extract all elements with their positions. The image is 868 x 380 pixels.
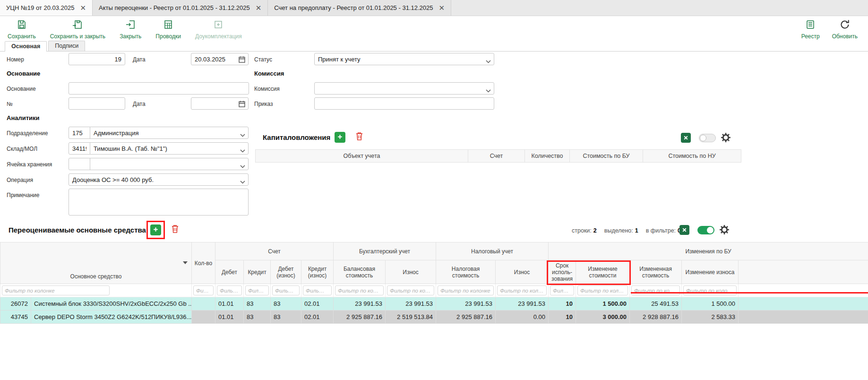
assets-col-dep-nu[interactable]: Износ (496, 260, 549, 284)
cell-dep-bu[interactable]: 23 991.53 (386, 297, 436, 311)
cell-balance-cost[interactable]: 2 925 887.16 (334, 311, 386, 324)
close-tab-icon[interactable]: ✕ (256, 4, 262, 11)
filter-cost-change-input[interactable] (577, 285, 628, 295)
close-tab-icon[interactable]: ✕ (438, 4, 445, 11)
warehouse-select[interactable]: Тимошин В.А. (Таб. №"1") (90, 142, 249, 155)
basis-date-input[interactable] (191, 97, 249, 110)
window-tab-prepayment-registry[interactable]: Счет на предоплату - Реестр от 01.01.202… (268, 0, 451, 16)
cell-changed-cost[interactable]: 25 491.53 (630, 297, 682, 311)
cell-credit-dep[interactable]: 02.01 (301, 311, 334, 324)
window-tab-revaluation-registry[interactable]: Акты переоценки - Реестр от 01.01.2025 -… (93, 0, 268, 16)
cell-useful-life[interactable]: 10 (549, 297, 576, 311)
cell-id[interactable]: 43745 (0, 311, 31, 324)
assets-col-balance-cost[interactable]: Балансовая стоимость (334, 260, 386, 284)
close-button[interactable]: Закрыть (120, 19, 141, 40)
refresh-button[interactable]: Обновить (832, 19, 858, 40)
storage-cell-code-input[interactable] (69, 158, 90, 170)
warehouse-code-input[interactable] (69, 142, 90, 155)
assets-col-debit-dep[interactable]: Дебет (износ) (271, 260, 301, 284)
cell-tax-cost[interactable]: 23 991.53 (436, 297, 496, 311)
assets-add-button[interactable] (150, 225, 161, 235)
calendar-icon[interactable] (238, 56, 246, 65)
operation-select[interactable]: Дооценка ОС >= 40 000 руб. (69, 173, 249, 186)
order-input[interactable] (314, 97, 494, 110)
capital-delete-button[interactable] (354, 132, 364, 143)
assets-col-changed-cost[interactable]: Измененная стоимость (630, 260, 682, 284)
assets-col-cost-change[interactable]: Изменение стоимости (576, 260, 630, 284)
cell-debit-dep[interactable]: 83 (271, 311, 301, 324)
cell-credit-dep[interactable]: 02.01 (301, 297, 334, 311)
capital-excel-export-button[interactable] (681, 133, 691, 143)
save-and-close-button[interactable]: Сохранить и закрыть (50, 19, 105, 40)
cell-dep-nu[interactable]: 23 991.53 (496, 297, 549, 311)
table-row-selected[interactable]: 43745 Сервер DEPO Storm 3450Z2 G6242K/51… (0, 311, 868, 324)
cell-tax-cost[interactable]: 2 925 887.16 (436, 311, 496, 324)
cell-cost-change[interactable]: 1 500.00 (576, 297, 630, 311)
capital-col-quantity[interactable]: Количество (525, 150, 570, 163)
capital-col-cost-bu[interactable]: Стоимость по БУ (570, 150, 643, 163)
filter-dep-change-input[interactable] (683, 285, 737, 295)
cell-debit[interactable]: 01.01 (215, 297, 244, 311)
cell-dep-bu[interactable]: 2 519 513.84 (386, 311, 436, 324)
assets-col-credit-dep[interactable]: Кредит (износ) (301, 260, 334, 284)
postings-button[interactable]: Проводки (155, 19, 181, 40)
assets-col-credit[interactable]: Кредит (244, 260, 271, 284)
filter-credit-dep-input[interactable] (303, 285, 332, 295)
window-tab-document[interactable]: УЦН №19 от 20.03.2025 ✕ (0, 0, 93, 16)
cell-credit[interactable]: 83 (244, 297, 271, 311)
cell-balance-cost[interactable]: 23 991.53 (334, 297, 386, 311)
table-row[interactable]: 26072 Системный блок 3330/S3200SHV/2xGbE… (0, 297, 868, 311)
cell-debit-dep[interactable]: 83 (271, 297, 301, 311)
filter-tax-cost-input[interactable] (438, 285, 494, 295)
assets-col-useful-life[interactable]: Срок исполь-зования (549, 260, 576, 284)
status-select[interactable]: Принят к учету (314, 53, 494, 65)
assets-delete-button[interactable] (170, 225, 180, 235)
cell-cost-change[interactable]: 3 000.00 (576, 311, 630, 324)
filter-changed-cost-input[interactable] (631, 285, 680, 295)
cell-dep-nu[interactable]: 0.00 (496, 311, 549, 324)
tab-signatures[interactable]: Подписи (48, 41, 85, 51)
cell-credit[interactable]: 83 (244, 311, 271, 324)
basis-input[interactable] (69, 82, 249, 95)
assets-excel-export-button[interactable] (679, 225, 689, 235)
cell-asset-name[interactable]: Системный блок 3330/S3200SHV/2xGbECC/2x2… (31, 297, 192, 311)
filter-balance-cost-input[interactable] (335, 285, 384, 295)
assets-settings-button[interactable] (719, 225, 730, 235)
assets-filter-toggle[interactable] (697, 226, 714, 234)
sort-descending-icon[interactable] (183, 261, 188, 264)
tab-main[interactable]: Основная (5, 41, 47, 52)
filter-dep-bu-input[interactable] (387, 285, 434, 295)
filter-debit-input[interactable] (217, 285, 242, 295)
cell-debit[interactable]: 01.01 (215, 311, 244, 324)
date-input[interactable]: 20.03.2025 (191, 53, 249, 65)
cell-useful-life[interactable]: 10 (549, 311, 576, 324)
capital-col-account[interactable]: Счет (468, 150, 525, 163)
cell-qty[interactable] (192, 297, 215, 311)
filter-asset-input[interactable] (2, 285, 110, 295)
registry-button[interactable]: Реестр (801, 19, 820, 40)
number-input[interactable] (69, 53, 125, 65)
assets-col-debit[interactable]: Дебет (215, 260, 244, 284)
capital-settings-button[interactable] (721, 132, 731, 143)
department-select[interactable]: Администрация (90, 127, 249, 139)
capital-col-object[interactable]: Объект учета (256, 150, 468, 163)
cell-dep-change[interactable]: 2 583.33 (682, 311, 739, 324)
assets-col-dep-bu[interactable]: Износ (386, 260, 436, 284)
assets-col-dep-change[interactable]: Изменение износа (682, 260, 739, 284)
filter-debit-dep-input[interactable] (272, 285, 300, 295)
cell-dep-change[interactable]: 1 500.00 (682, 297, 739, 311)
storage-cell-select[interactable] (90, 158, 249, 170)
cell-asset-name[interactable]: Сервер DEPO Storm 3450Z2 G6242K/512ПИКУ8… (31, 311, 192, 324)
commission-select[interactable] (314, 82, 494, 95)
capital-col-cost-nu[interactable]: Стоимость по НУ (643, 150, 741, 163)
capital-filter-toggle[interactable] (699, 134, 716, 142)
basis-number-input[interactable] (69, 97, 125, 110)
note-textarea[interactable] (69, 189, 249, 216)
calendar-icon[interactable] (238, 100, 246, 109)
close-tab-icon[interactable]: ✕ (80, 4, 86, 11)
filter-useful-life-input[interactable] (550, 285, 574, 295)
cell-changed-cost[interactable]: 2 928 887.16 (630, 311, 682, 324)
department-code-input[interactable] (69, 127, 90, 139)
filter-dep-nu-input[interactable] (497, 285, 547, 295)
filter-credit-input[interactable] (245, 285, 269, 295)
